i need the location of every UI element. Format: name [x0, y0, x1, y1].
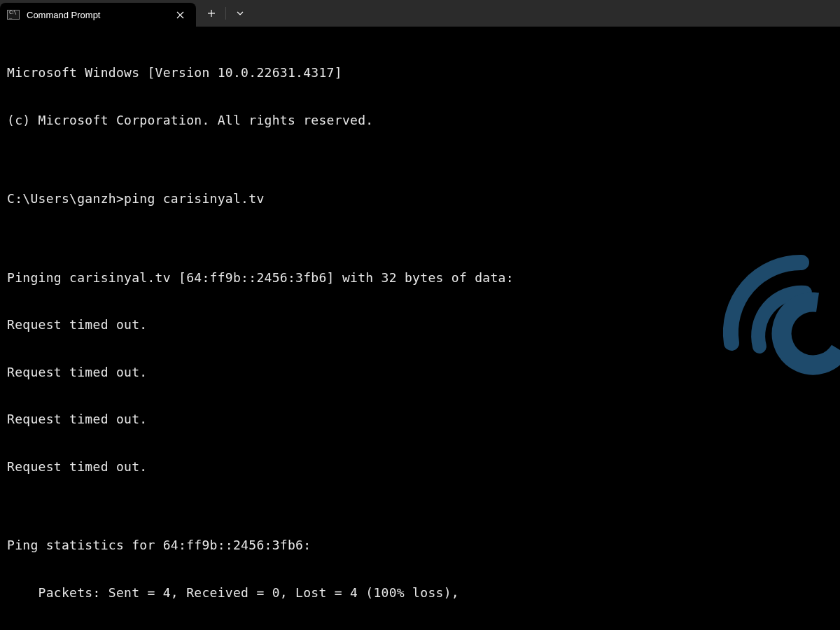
output-line: Request timed out.: [7, 365, 833, 381]
close-tab-button[interactable]: [172, 7, 188, 22]
output-line: Request timed out.: [7, 317, 833, 333]
titlebar-actions: [199, 0, 253, 27]
tab-command-prompt[interactable]: C:\_ Command Prompt: [0, 3, 196, 27]
cmd-icon: C:\_: [7, 10, 20, 20]
output-line: Packets: Sent = 4, Received = 0, Lost = …: [7, 585, 833, 601]
plus-icon: [207, 9, 216, 18]
divider: [225, 7, 226, 20]
terminal-output[interactable]: Microsoft Windows [Version 10.0.22631.43…: [0, 27, 840, 630]
tab-dropdown-button[interactable]: [227, 1, 253, 25]
output-line: Ping statistics for 64:ff9b::2456:3fb6:: [7, 538, 833, 554]
output-line: Pinging carisinyal.tv [64:ff9b::2456:3fb…: [7, 270, 833, 286]
output-line: Request timed out.: [7, 412, 833, 428]
new-tab-button[interactable]: [199, 1, 224, 25]
output-line: Request timed out.: [7, 459, 833, 475]
titlebar: C:\_ Command Prompt: [0, 0, 840, 27]
output-line: (c) Microsoft Corporation. All rights re…: [7, 113, 833, 129]
output-line: Microsoft Windows [Version 10.0.22631.43…: [7, 65, 833, 81]
output-line: C:\Users\ganzh>ping carisinyal.tv: [7, 191, 833, 207]
close-icon: [176, 11, 184, 19]
tab-title: Command Prompt: [27, 10, 165, 20]
chevron-down-icon: [236, 10, 244, 16]
